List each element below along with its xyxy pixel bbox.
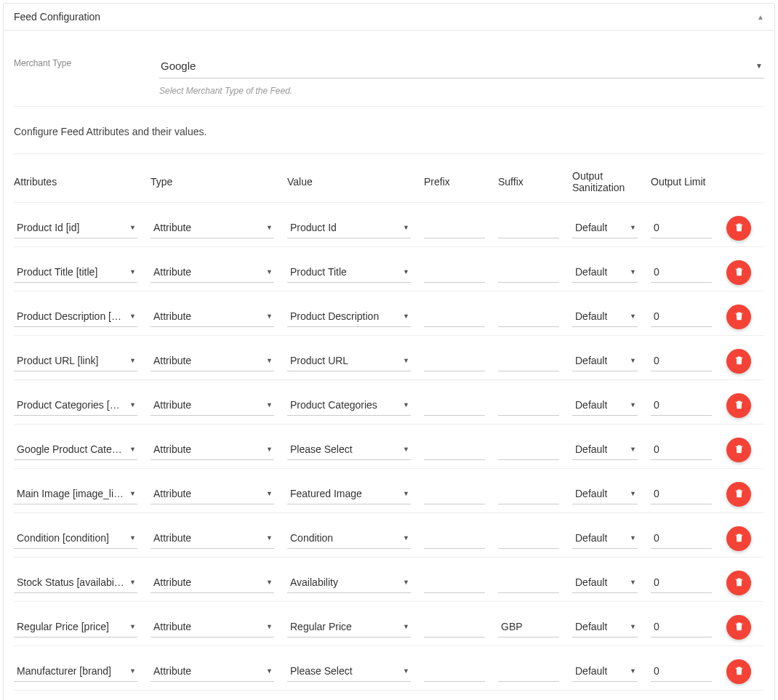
type-select[interactable]: Attribute▼ <box>151 219 274 238</box>
prefix-input[interactable] <box>424 529 485 549</box>
value-select[interactable]: Please Select▼ <box>287 662 411 682</box>
sanitization-select[interactable]: Default▼ <box>572 396 638 416</box>
attribute-select[interactable]: Product URL [link]▼ <box>14 352 137 371</box>
value-select[interactable]: Availability▼ <box>287 574 411 593</box>
delete-row-button[interactable] <box>726 482 751 507</box>
sanitization-select[interactable]: Default▼ <box>572 440 638 460</box>
output-limit-input[interactable] <box>651 485 712 504</box>
attribute-select[interactable]: Main Image [image_link]▼ <box>14 485 137 504</box>
value-select[interactable]: Product Categories▼ <box>287 396 411 416</box>
delete-row-button[interactable] <box>726 305 751 329</box>
suffix-input[interactable] <box>498 618 559 637</box>
prefix-input[interactable] <box>424 396 485 416</box>
delete-row-button[interactable] <box>726 216 751 241</box>
attribute-select[interactable]: Product Description [de…▼ <box>14 307 137 327</box>
suffix-input[interactable] <box>498 574 559 593</box>
delete-row-button[interactable] <box>726 438 751 462</box>
attribute-select[interactable]: Google Product Categor…▼ <box>14 440 137 460</box>
output-limit-input[interactable] <box>651 263 712 283</box>
suffix-input[interactable] <box>498 485 559 504</box>
delete-row-button[interactable] <box>726 659 751 684</box>
suffix-input[interactable] <box>498 396 559 416</box>
suffix-input[interactable] <box>498 263 559 283</box>
output-limit-input[interactable] <box>651 529 712 549</box>
panel-header[interactable]: Feed Configuration ▲ <box>4 4 774 31</box>
prefix-input[interactable] <box>424 307 485 327</box>
sanitization-select[interactable]: Default▼ <box>572 574 638 593</box>
suffix-input[interactable] <box>498 307 559 327</box>
delete-row-button[interactable] <box>726 615 751 640</box>
attribute-select[interactable]: Condition [condition]▼ <box>14 529 137 549</box>
value-select[interactable]: Product Description▼ <box>287 307 411 327</box>
type-select[interactable]: Attribute▼ <box>151 352 274 371</box>
value-select[interactable]: Featured Image▼ <box>287 485 411 504</box>
panel-body: Merchant Type Google ▼ Select Merchant T… <box>4 31 774 700</box>
value-select[interactable]: Please Select▼ <box>287 440 411 460</box>
prefix-input[interactable] <box>424 574 485 593</box>
attribute-select[interactable]: Product Id [id]▼ <box>14 219 137 238</box>
suffix-input[interactable] <box>498 529 559 549</box>
output-limit-input[interactable] <box>651 219 712 238</box>
sanitization-select[interactable]: Default▼ <box>572 662 638 682</box>
prefix-input[interactable] <box>424 618 485 637</box>
type-select[interactable]: Attribute▼ <box>151 485 274 504</box>
value-select[interactable]: Condition▼ <box>287 529 411 549</box>
merchant-type-row: Merchant Type Google ▼ Select Merchant T… <box>14 41 764 107</box>
attribute-select[interactable]: Stock Status [availability]▼ <box>14 574 137 593</box>
trash-icon <box>734 266 745 279</box>
value-select[interactable]: Product Id▼ <box>287 219 411 238</box>
prefix-input[interactable] <box>424 219 485 238</box>
prefix-input[interactable] <box>424 485 485 504</box>
type-select[interactable]: Attribute▼ <box>151 307 274 327</box>
delete-row-button[interactable] <box>726 349 751 374</box>
delete-row-button[interactable] <box>726 260 751 285</box>
chevron-down-icon: ▼ <box>266 357 273 364</box>
prefix-input[interactable] <box>424 263 485 283</box>
prefix-input[interactable] <box>424 440 485 460</box>
value-value: Condition <box>290 532 333 544</box>
configure-description: Configure Feed Attributes and their valu… <box>14 121 764 154</box>
value-select[interactable]: Regular Price▼ <box>287 618 411 637</box>
prefix-input[interactable] <box>424 352 485 371</box>
suffix-input[interactable] <box>498 662 559 682</box>
type-value: Attribute <box>153 532 191 544</box>
output-limit-input[interactable] <box>651 307 712 327</box>
sanitization-select[interactable]: Default▼ <box>572 263 638 283</box>
attribute-select[interactable]: Product Title [title]▼ <box>14 263 137 283</box>
suffix-input[interactable] <box>498 440 559 460</box>
sanitization-select[interactable]: Default▼ <box>572 352 638 371</box>
output-limit-input[interactable] <box>651 662 712 682</box>
merchant-type-select[interactable]: Google ▼ <box>159 55 764 79</box>
attribute-select[interactable]: Product Categories [pro…▼ <box>14 396 137 416</box>
prefix-input[interactable] <box>424 662 485 682</box>
suffix-input[interactable] <box>498 219 559 238</box>
sanitization-select[interactable]: Default▼ <box>572 307 638 327</box>
sanitization-select[interactable]: Default▼ <box>572 618 638 637</box>
chevron-down-icon: ▼ <box>630 579 636 586</box>
output-limit-input[interactable] <box>651 352 712 371</box>
delete-row-button[interactable] <box>726 571 751 595</box>
sanitization-select[interactable]: Default▼ <box>572 219 638 238</box>
attribute-select[interactable]: Regular Price [price]▼ <box>14 618 137 637</box>
value-value: Product Description <box>290 310 379 322</box>
output-limit-input[interactable] <box>651 574 712 593</box>
delete-row-button[interactable] <box>726 526 751 551</box>
sanitization-select[interactable]: Default▼ <box>572 485 638 504</box>
output-limit-input[interactable] <box>651 618 712 637</box>
sanitization-select[interactable]: Default▼ <box>572 529 638 549</box>
delete-row-button[interactable] <box>726 393 751 418</box>
type-select[interactable]: Attribute▼ <box>151 618 274 637</box>
output-limit-input[interactable] <box>651 440 712 460</box>
type-select[interactable]: Attribute▼ <box>151 574 274 593</box>
attribute-select[interactable]: Manufacturer [brand]▼ <box>14 662 137 682</box>
type-select[interactable]: Attribute▼ <box>151 529 274 549</box>
type-select[interactable]: Attribute▼ <box>151 440 274 460</box>
output-limit-input[interactable] <box>651 396 712 416</box>
chevron-down-icon: ▼ <box>129 446 136 453</box>
value-select[interactable]: Product URL▼ <box>287 352 411 371</box>
type-select[interactable]: Attribute▼ <box>151 396 274 416</box>
value-select[interactable]: Product Title▼ <box>287 263 411 283</box>
type-select[interactable]: Attribute▼ <box>151 263 274 283</box>
type-select[interactable]: Attribute▼ <box>151 662 274 682</box>
suffix-input[interactable] <box>498 352 559 371</box>
